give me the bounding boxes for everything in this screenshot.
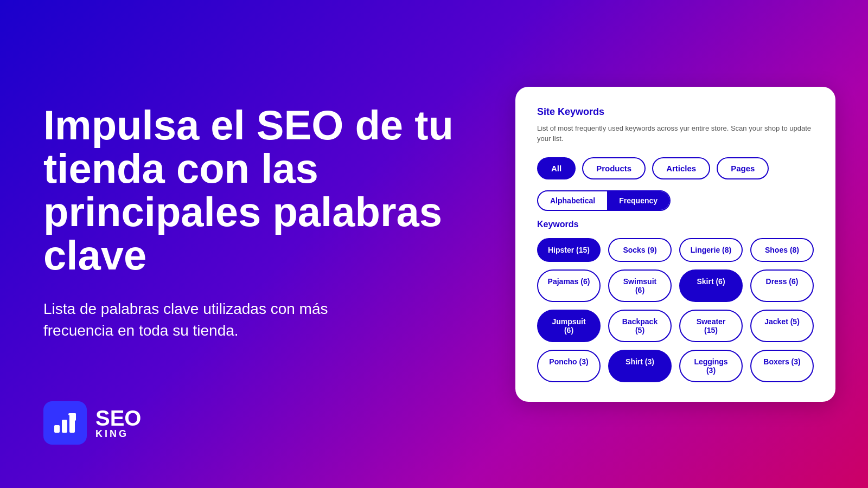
svg-rect-1 [62,420,67,433]
site-keywords-card: Site Keywords List of most frequently us… [515,87,835,402]
keyword-chip-11[interactable]: Jacket (5) [750,310,814,342]
filter-tab-pages[interactable]: Pages [717,157,769,179]
keyword-chip-1[interactable]: Socks (9) [608,238,672,262]
filter-tab-articles[interactable]: Articles [652,157,710,179]
logo-area: SEO KING [43,401,467,455]
keyword-chip-10[interactable]: Sweater (15) [679,310,743,342]
keyword-chip-2[interactable]: Lingerie (8) [679,238,743,262]
keywords-grid: Hipster (15)Socks (9)Lingerie (8)Shoes (… [537,238,814,382]
keyword-chip-13[interactable]: Shirt (3) [608,350,672,382]
keyword-chip-7[interactable]: Dress (6) [750,269,814,302]
filter-tabs: AllProductsArticlesPages [537,157,814,179]
filter-tab-products[interactable]: Products [582,157,646,179]
sort-tab-alphabetical[interactable]: Alphabetical [538,191,607,210]
keyword-chip-14[interactable]: Leggings (3) [679,350,743,382]
keyword-chip-8[interactable]: Jumpsuit (6) [537,310,601,342]
keyword-chip-9[interactable]: Backpack (5) [608,310,672,342]
logo-seo-label: SEO [95,407,141,429]
headline: Impulsa el SEO de tu tienda con las prin… [43,104,467,277]
keyword-chip-4[interactable]: Pajamas (6) [537,269,601,302]
card-description: List of most frequently used keywords ac… [537,123,814,144]
card-title: Site Keywords [537,106,814,118]
logo-text: SEO KING [95,407,141,439]
keyword-chip-15[interactable]: Boxers (3) [750,350,814,382]
right-section: Site Keywords List of most frequently us… [499,65,868,423]
svg-rect-0 [54,425,60,433]
logo-icon [43,401,87,445]
main-content: Impulsa el SEO de tu tienda con las prin… [43,43,467,401]
keywords-label: Keywords [537,220,814,229]
filter-tab-all[interactable]: All [537,157,576,179]
subtext: Lista de palabras clave utilizadas con m… [43,298,347,341]
logo-king-label: KING [95,429,141,439]
left-section: Impulsa el SEO de tu tienda con las prin… [0,0,499,488]
keyword-chip-5[interactable]: Swimsuit (6) [608,269,672,302]
keyword-chip-6[interactable]: Skirt (6) [679,269,743,302]
keyword-chip-3[interactable]: Shoes (8) [750,238,814,262]
sort-group: AlphabeticalFrequency [537,190,671,211]
keyword-chip-12[interactable]: Poncho (3) [537,350,601,382]
keyword-chip-0[interactable]: Hipster (15) [537,238,601,262]
sort-tab-frequency[interactable]: Frequency [607,191,669,210]
sort-tabs-wrapper: AlphabeticalFrequency [537,190,814,211]
svg-rect-4 [74,413,76,421]
